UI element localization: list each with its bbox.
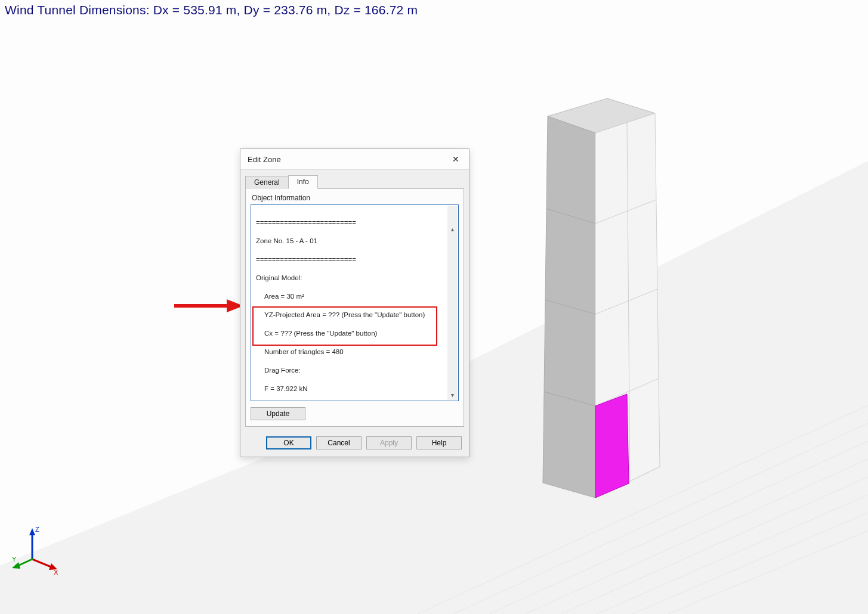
svg-marker-22 xyxy=(29,528,35,535)
tab-info[interactable]: Info xyxy=(288,175,318,189)
annotation-arrow-icon xyxy=(173,298,245,316)
axis-gizmo: Z X Y xyxy=(11,525,62,578)
viewport-title: Wind Tunnel Dimensions: Dx = 535.91 m, D… xyxy=(5,3,418,17)
textarea-scrollbar[interactable]: ▴ ▾ xyxy=(447,206,458,400)
dialog-titlebar[interactable]: Edit Zone ✕ xyxy=(240,149,469,170)
scroll-up-icon[interactable]: ▴ xyxy=(447,224,458,234)
update-button[interactable]: Update xyxy=(251,407,305,420)
cancel-button[interactable]: Cancel xyxy=(316,436,362,449)
help-button[interactable]: Help xyxy=(416,436,462,449)
tab-general[interactable]: General xyxy=(245,176,289,189)
svg-marker-11 xyxy=(543,116,595,498)
ok-button[interactable]: OK xyxy=(266,436,311,449)
close-button[interactable]: ✕ xyxy=(447,153,464,166)
apply-button[interactable]: Apply xyxy=(366,436,412,449)
edit-zone-dialog: Edit Zone ✕ General Info Object Informat… xyxy=(240,148,469,457)
object-information-text[interactable]: ========================= Zone No. 15 - … xyxy=(251,204,459,401)
axis-x-label: X xyxy=(54,569,58,576)
object-information-label: Object Information xyxy=(251,193,459,204)
scroll-down-icon[interactable]: ▾ xyxy=(447,390,458,400)
dialog-title: Edit Zone xyxy=(248,155,447,164)
close-icon: ✕ xyxy=(452,155,459,163)
tabstrip: General Info xyxy=(245,175,464,188)
selected-zone[interactable] xyxy=(595,394,629,498)
tab-panel-info: Object Information =====================… xyxy=(245,188,464,427)
svg-marker-26 xyxy=(12,562,20,569)
dialog-footer: OK Cancel Apply Help xyxy=(240,430,469,457)
axis-z-label: Z xyxy=(35,526,39,533)
axis-y-label: Y xyxy=(12,556,17,563)
svg-line-23 xyxy=(32,559,52,568)
